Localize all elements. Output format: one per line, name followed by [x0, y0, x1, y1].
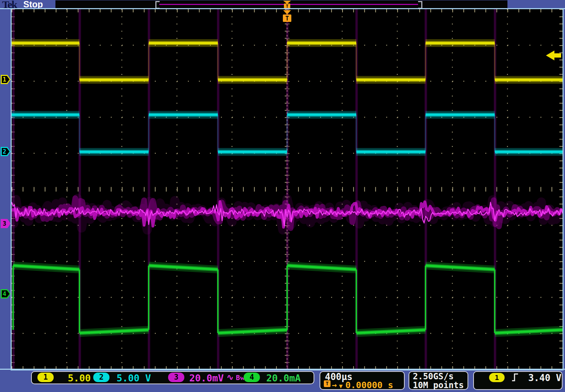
graticule: T — [11, 8, 564, 370]
trigger-level-readout: 3.40 V — [528, 373, 561, 383]
channel-3-badge[interactable]: 3 — [168, 373, 184, 382]
channel-2-scale[interactable]: 5.00 V — [117, 373, 151, 383]
trigger-source-badge[interactable]: 1 — [489, 373, 505, 382]
channel-3-ground-marker[interactable]: 3 — [1, 219, 11, 228]
trigger-t-icon: T — [324, 380, 331, 387]
delay-marker-icon: ▼ — [339, 381, 343, 391]
record-length-readout: 10M points — [413, 381, 464, 390]
trigger-position-readout: 0.00000 s — [345, 380, 393, 390]
ac-coupling-icon: ∿ — [227, 373, 233, 382]
rising-edge-icon — [511, 372, 519, 382]
trigger-position-topbar-icon[interactable]: T — [283, 0, 291, 9]
sample-rate-readout: 2.50GS/s — [413, 372, 454, 381]
oscilloscope-screen: Tek Stop T T 1 2 3 4 1 5.00 V 2 5.00 V 3… — [0, 0, 565, 392]
channel-1-badge[interactable]: 1 — [37, 373, 54, 382]
record-view-right-bracket-icon[interactable] — [418, 1, 422, 9]
channel-2-ground-marker[interactable]: 2 — [1, 147, 11, 156]
channel-2-badge[interactable]: 2 — [93, 373, 109, 382]
channel-3-scale[interactable]: 20.0mV — [189, 373, 224, 383]
graticule-bottom-border — [0, 369, 565, 370]
channel-4-ground-marker[interactable]: 4 — [1, 289, 11, 298]
trigger-position-marker-icon: T — [285, 15, 289, 22]
trigger-level-arrow-icon — [546, 51, 561, 60]
record-view-left-bracket-icon[interactable] — [155, 1, 160, 9]
trigger-arrow-icon: → — [332, 380, 337, 390]
channel-4-scale[interactable]: 20.0mA — [266, 373, 301, 383]
waveform-display: T — [12, 9, 563, 369]
channel-1-ground-marker[interactable]: 1 — [1, 75, 11, 84]
channel-4-badge[interactable]: 4 — [244, 373, 260, 382]
